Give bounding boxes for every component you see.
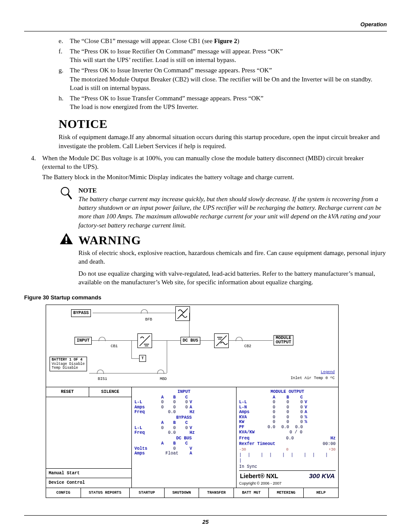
notice-body: Risk of equipment damage.If any abnormal… bbox=[59, 133, 387, 150]
silence-button[interactable]: SILENCE bbox=[89, 387, 132, 397]
body-h: The “Press OK to Issue Transfer Command”… bbox=[70, 94, 387, 112]
reset-button[interactable]: RESET bbox=[46, 387, 89, 397]
legend-link[interactable]: Legend bbox=[321, 370, 335, 375]
help-button[interactable]: HELP bbox=[304, 488, 338, 498]
config-button[interactable]: CONFIG bbox=[46, 488, 81, 498]
body-g: The “Press OK to Issue Inverter On Comma… bbox=[70, 66, 387, 92]
body-f: The “Press OK to Issue Rectifier On Comm… bbox=[70, 47, 387, 65]
body-e: The “Close CB1” message will appear. Clo… bbox=[70, 37, 387, 45]
status-reports-button[interactable]: STATUS REPORTS bbox=[81, 488, 130, 498]
svg-rect-2 bbox=[65, 236, 67, 241]
manual-start-button[interactable]: Manual Start bbox=[46, 468, 131, 478]
step-4: 4. When the Module DC Bus voltage is at … bbox=[31, 154, 387, 182]
note-block: NOTE The battery charge current may incr… bbox=[59, 186, 387, 230]
svg-line-1 bbox=[68, 194, 72, 199]
mimic-bottom-bar: CONFIG STATUS REPORTS STARTUP SHUTDOWN T… bbox=[46, 488, 338, 498]
step-g: g. The “Press OK to Issue Inverter On Co… bbox=[59, 66, 387, 92]
dcbus-header: DC BUS bbox=[134, 436, 234, 442]
section-title: Operation bbox=[361, 21, 387, 28]
input-header: INPUT bbox=[134, 389, 234, 395]
cb1-label: CB1 bbox=[111, 344, 118, 349]
warning-icon bbox=[59, 232, 74, 287]
warning-p2: Do not use equalize charging with valve-… bbox=[78, 269, 387, 287]
marker-g: g. bbox=[59, 66, 70, 92]
notice-block: NOTICE Risk of equipment damage.If any a… bbox=[59, 116, 387, 150]
body-4: When the Module DC Bus voltage is at 100… bbox=[42, 154, 387, 182]
note-body: The battery charge current may increase … bbox=[78, 195, 387, 230]
dcbus-label: DC BUS bbox=[181, 337, 200, 345]
inlet-temp: Inlet Air Temp 0 ºC bbox=[290, 376, 335, 381]
bypass-label: BYPASS bbox=[71, 309, 91, 317]
figure-caption: Figure 30 Startup commands bbox=[24, 294, 387, 302]
battery-box: BATTERY 1 OF 4 Voltage Disable Temp Disa… bbox=[50, 357, 87, 371]
input-table: ABCL-L000VAmps000AFreq0.0Hz bbox=[134, 395, 234, 415]
note-heading: NOTE bbox=[78, 186, 387, 195]
marker-4: 4. bbox=[31, 154, 42, 182]
mimic-panel: BYPASS BFB INPUT CB1 DC BUS CB2 MODULE O… bbox=[46, 305, 339, 498]
module-output-label: MODULE OUTPUT bbox=[274, 335, 293, 345]
note-text: NOTE The battery charge current may incr… bbox=[78, 186, 387, 230]
mimic-left-panel: RESET SILENCE Manual Start Device Contro… bbox=[46, 387, 132, 488]
bis1-label: BIS1 bbox=[98, 376, 107, 382]
module-output-header: MODULE OUTPUT bbox=[239, 389, 336, 395]
device-control-button[interactable]: Device Control bbox=[46, 478, 131, 488]
warning-p1: Risk of electric shock, explosive reacti… bbox=[78, 249, 387, 266]
output-table: ABCL-L000VL-N000VAmps000AKVA000%KW000%PF… bbox=[239, 395, 336, 430]
transfer-button[interactable]: TRANSFER bbox=[199, 488, 234, 498]
bypass-table: ABCL-L000VFreq0.0Hz bbox=[134, 420, 234, 436]
warning-block: WARNING Risk of electric shock, explosiv… bbox=[59, 232, 387, 287]
mimic-mid: RESET SILENCE Manual Start Device Contro… bbox=[46, 387, 338, 488]
bfb-label: BFB bbox=[145, 317, 152, 322]
dcbus-table: ABCVolts0VAmpsFloatA bbox=[134, 441, 234, 456]
step-f: f. The “Press OK to Issue Rectifier On C… bbox=[59, 47, 387, 65]
marker-e: e. bbox=[59, 37, 70, 45]
page-number: 25 bbox=[24, 515, 387, 526]
insync-label: In Sync bbox=[239, 464, 336, 470]
warning-heading: WARNING bbox=[78, 232, 387, 249]
step-e: e. The “Close CB1” message will appear. … bbox=[59, 37, 387, 45]
kva-label: 300 KVA bbox=[309, 472, 335, 480]
shutdown-button[interactable]: SHUTDOWN bbox=[165, 488, 199, 498]
startup-button[interactable]: STARTUP bbox=[130, 488, 165, 498]
mimic-diagram: BYPASS BFB INPUT CB1 DC BUS CB2 MODULE O… bbox=[46, 305, 338, 387]
inverter-block-icon bbox=[214, 333, 229, 348]
svg-rect-3 bbox=[65, 242, 67, 243]
bypass-header: BYPASS bbox=[134, 415, 234, 421]
cb2-label: CB2 bbox=[244, 344, 251, 349]
page-header: Operation bbox=[24, 21, 387, 31]
mimic-center-panel: INPUT ABCL-L000VAmps000AFreq0.0Hz BYPASS… bbox=[132, 387, 237, 488]
marker-h: h. bbox=[59, 94, 70, 112]
brand-label: Liebert® NXL bbox=[240, 472, 278, 480]
bypass-block-icon bbox=[175, 306, 190, 321]
mbd-label: MBD bbox=[160, 376, 167, 382]
t-block-icon: T bbox=[139, 355, 146, 362]
rectifier-block-icon bbox=[137, 333, 152, 348]
notice-heading: NOTICE bbox=[59, 116, 387, 132]
warning-text: WARNING Risk of electric shock, explosiv… bbox=[78, 232, 387, 287]
copyright-label: Copyright © 2006 - 2007 bbox=[239, 481, 336, 486]
mimic-right-panel: MODULE OUTPUT ABCL-L000VL-N000VAmps000AK… bbox=[237, 387, 338, 488]
input-label: INPUT bbox=[75, 337, 92, 345]
metering-button[interactable]: METERING bbox=[269, 488, 304, 498]
marker-f: f. bbox=[59, 47, 70, 65]
magnifier-icon bbox=[59, 186, 74, 230]
batt-mgt-button[interactable]: BATT MGT bbox=[234, 488, 269, 498]
body-content: e. The “Close CB1” message will appear. … bbox=[59, 37, 387, 287]
step-h: h. The “Press OK to Issue Transfer Comma… bbox=[59, 94, 387, 112]
